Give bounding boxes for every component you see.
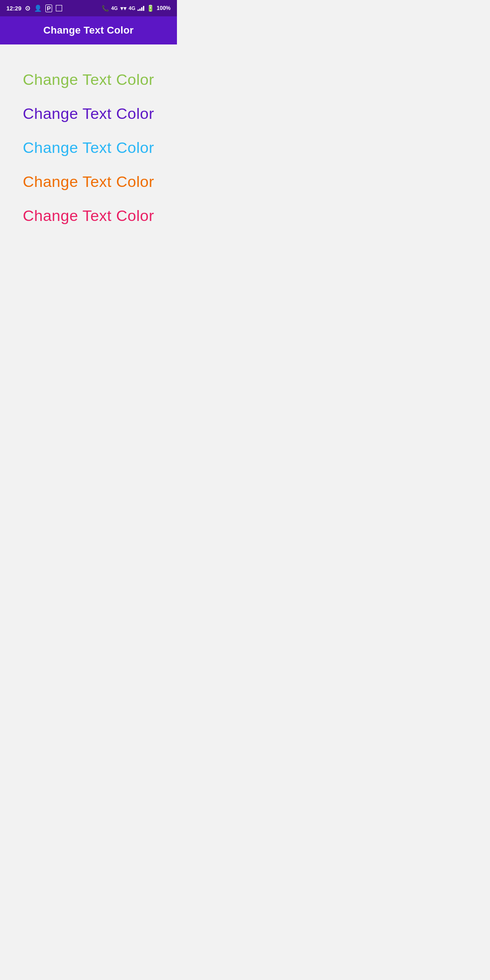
parking-icon: P bbox=[45, 5, 52, 12]
battery-icon: 🔋 bbox=[147, 5, 154, 12]
square-icon bbox=[56, 5, 62, 11]
app-bar: Change Text Color bbox=[0, 16, 177, 44]
call-icon: 📞 bbox=[102, 5, 109, 12]
content-area: Change Text Color Change Text Color Chan… bbox=[0, 44, 177, 242]
add-contact-icon: 👤 bbox=[34, 5, 42, 12]
app-bar-title: Change Text Color bbox=[43, 24, 133, 36]
text-item-pink: Change Text Color bbox=[9, 199, 168, 233]
status-time: 12:29 bbox=[6, 5, 21, 12]
status-bar: 12:29 ⊙ 👤 P 📞 4G ▾▾ 4G 🔋 100% bbox=[0, 0, 177, 16]
network-4g-label: 4G bbox=[111, 5, 118, 11]
whatsapp-icon: ⊙ bbox=[25, 5, 30, 12]
text-item-orange: Change Text Color bbox=[9, 165, 168, 199]
status-bar-right: 📞 4G ▾▾ 4G 🔋 100% bbox=[102, 5, 171, 12]
status-bar-left: 12:29 ⊙ 👤 P bbox=[6, 5, 62, 12]
text-item-blue: Change Text Color bbox=[9, 131, 168, 165]
wifi-icon: ▾▾ bbox=[120, 5, 127, 12]
text-item-purple: Change Text Color bbox=[9, 97, 168, 131]
text-item-green: Change Text Color bbox=[9, 63, 168, 97]
battery-percent: 100% bbox=[157, 5, 171, 11]
signal-4g-label: 4G bbox=[129, 5, 136, 11]
signal-bars bbox=[137, 5, 144, 11]
